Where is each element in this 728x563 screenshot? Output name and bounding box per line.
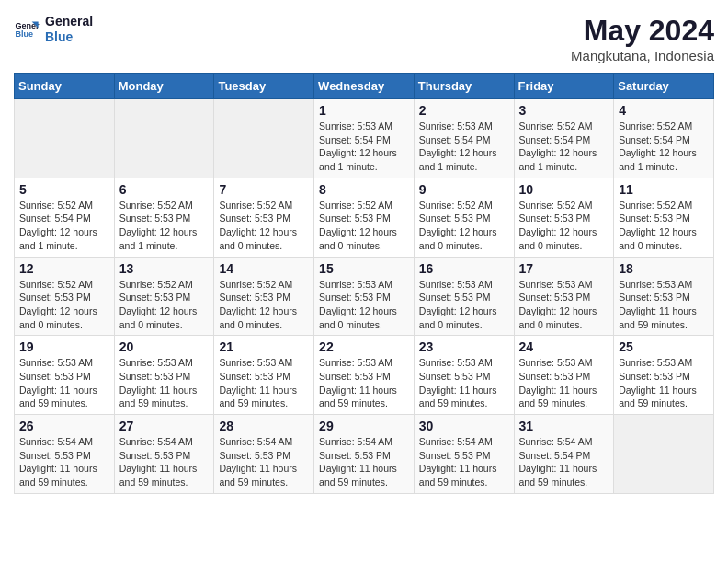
day-number: 20 — [119, 339, 210, 354]
header-monday: Monday — [114, 74, 214, 99]
calendar-cell: 27Sunrise: 5:54 AM Sunset: 5:53 PM Dayli… — [114, 415, 214, 494]
day-info: Sunrise: 5:53 AM Sunset: 5:53 PM Dayligh… — [319, 356, 409, 410]
day-info: Sunrise: 5:54 AM Sunset: 5:53 PM Dayligh… — [219, 435, 309, 489]
calendar-cell — [614, 415, 714, 494]
day-number: 9 — [419, 182, 509, 197]
day-info: Sunrise: 5:53 AM Sunset: 5:53 PM Dayligh… — [219, 356, 309, 410]
header-tuesday: Tuesday — [214, 74, 314, 99]
calendar-cell: 15Sunrise: 5:53 AM Sunset: 5:53 PM Dayli… — [314, 257, 415, 336]
page-subtitle: Mangkutana, Indonesia — [571, 48, 714, 63]
calendar-cell: 21Sunrise: 5:53 AM Sunset: 5:53 PM Dayli… — [214, 336, 314, 415]
calendar-cell: 30Sunrise: 5:54 AM Sunset: 5:53 PM Dayli… — [414, 415, 514, 494]
day-number: 31 — [519, 419, 609, 433]
day-number: 13 — [119, 261, 210, 276]
header-saturday: Saturday — [614, 74, 714, 99]
day-info: Sunrise: 5:53 AM Sunset: 5:53 PM Dayligh… — [19, 356, 109, 410]
day-number: 23 — [419, 339, 509, 354]
day-number: 8 — [319, 182, 409, 197]
day-info: Sunrise: 5:53 AM Sunset: 5:54 PM Dayligh… — [419, 120, 509, 174]
calendar-week-row: 19Sunrise: 5:53 AM Sunset: 5:53 PM Dayli… — [15, 336, 714, 415]
calendar-cell: 29Sunrise: 5:54 AM Sunset: 5:53 PM Dayli… — [314, 415, 415, 494]
calendar-week-row: 5Sunrise: 5:52 AM Sunset: 5:54 PM Daylig… — [15, 178, 714, 257]
calendar-cell — [114, 99, 214, 178]
svg-text:Blue: Blue — [15, 29, 33, 39]
day-info: Sunrise: 5:52 AM Sunset: 5:53 PM Dayligh… — [119, 199, 210, 253]
day-number: 6 — [119, 182, 210, 197]
calendar-cell: 26Sunrise: 5:54 AM Sunset: 5:53 PM Dayli… — [15, 415, 115, 494]
calendar-cell: 13Sunrise: 5:52 AM Sunset: 5:53 PM Dayli… — [114, 257, 214, 336]
calendar-cell: 4Sunrise: 5:52 AM Sunset: 5:54 PM Daylig… — [614, 99, 714, 178]
day-info: Sunrise: 5:53 AM Sunset: 5:53 PM Dayligh… — [619, 356, 709, 410]
header: General Blue General Blue May 2024 Mangk… — [14, 14, 714, 63]
day-number: 29 — [319, 419, 409, 433]
day-number: 4 — [619, 103, 709, 118]
calendar-cell: 3Sunrise: 5:52 AM Sunset: 5:54 PM Daylig… — [514, 99, 614, 178]
calendar-cell: 2Sunrise: 5:53 AM Sunset: 5:54 PM Daylig… — [414, 99, 514, 178]
day-info: Sunrise: 5:54 AM Sunset: 5:53 PM Dayligh… — [419, 435, 509, 489]
day-number: 19 — [19, 339, 109, 354]
day-number: 30 — [419, 419, 509, 433]
day-info: Sunrise: 5:52 AM Sunset: 5:53 PM Dayligh… — [19, 278, 109, 332]
calendar-cell: 31Sunrise: 5:54 AM Sunset: 5:54 PM Dayli… — [514, 415, 614, 494]
day-info: Sunrise: 5:53 AM Sunset: 5:53 PM Dayligh… — [319, 278, 409, 332]
logo: General Blue General Blue — [14, 14, 93, 45]
day-info: Sunrise: 5:54 AM Sunset: 5:53 PM Dayligh… — [119, 435, 210, 489]
calendar-cell: 18Sunrise: 5:53 AM Sunset: 5:53 PM Dayli… — [614, 257, 714, 336]
day-number: 17 — [519, 261, 609, 276]
day-info: Sunrise: 5:53 AM Sunset: 5:53 PM Dayligh… — [419, 356, 509, 410]
day-number: 26 — [19, 419, 109, 433]
day-number: 16 — [419, 261, 509, 276]
day-info: Sunrise: 5:52 AM Sunset: 5:53 PM Dayligh… — [119, 278, 210, 332]
calendar-cell: 11Sunrise: 5:52 AM Sunset: 5:53 PM Dayli… — [614, 178, 714, 257]
calendar-cell: 16Sunrise: 5:53 AM Sunset: 5:53 PM Dayli… — [414, 257, 514, 336]
logo-line2: Blue — [45, 29, 93, 45]
day-info: Sunrise: 5:53 AM Sunset: 5:53 PM Dayligh… — [619, 278, 709, 332]
calendar-cell — [15, 99, 115, 178]
day-info: Sunrise: 5:52 AM Sunset: 5:54 PM Dayligh… — [619, 120, 709, 174]
day-info: Sunrise: 5:52 AM Sunset: 5:53 PM Dayligh… — [419, 199, 509, 253]
day-number: 21 — [219, 339, 309, 354]
day-info: Sunrise: 5:53 AM Sunset: 5:53 PM Dayligh… — [519, 356, 609, 410]
day-info: Sunrise: 5:54 AM Sunset: 5:53 PM Dayligh… — [319, 435, 409, 489]
day-info: Sunrise: 5:52 AM Sunset: 5:53 PM Dayligh… — [619, 199, 709, 253]
calendar-cell: 17Sunrise: 5:53 AM Sunset: 5:53 PM Dayli… — [514, 257, 614, 336]
day-info: Sunrise: 5:54 AM Sunset: 5:54 PM Dayligh… — [519, 435, 609, 489]
calendar-cell: 25Sunrise: 5:53 AM Sunset: 5:53 PM Dayli… — [614, 336, 714, 415]
day-info: Sunrise: 5:52 AM Sunset: 5:53 PM Dayligh… — [519, 199, 609, 253]
header-sunday: Sunday — [15, 74, 115, 99]
day-info: Sunrise: 5:53 AM Sunset: 5:53 PM Dayligh… — [519, 278, 609, 332]
calendar-cell: 5Sunrise: 5:52 AM Sunset: 5:54 PM Daylig… — [15, 178, 115, 257]
day-number: 15 — [319, 261, 409, 276]
calendar-cell: 7Sunrise: 5:52 AM Sunset: 5:53 PM Daylig… — [214, 178, 314, 257]
calendar-cell: 12Sunrise: 5:52 AM Sunset: 5:53 PM Dayli… — [15, 257, 115, 336]
day-info: Sunrise: 5:54 AM Sunset: 5:53 PM Dayligh… — [19, 435, 109, 489]
day-info: Sunrise: 5:53 AM Sunset: 5:53 PM Dayligh… — [419, 278, 509, 332]
day-number: 2 — [419, 103, 509, 118]
day-number: 10 — [519, 182, 609, 197]
day-info: Sunrise: 5:52 AM Sunset: 5:54 PM Dayligh… — [519, 120, 609, 174]
day-info: Sunrise: 5:53 AM Sunset: 5:54 PM Dayligh… — [319, 120, 409, 174]
calendar-cell: 22Sunrise: 5:53 AM Sunset: 5:53 PM Dayli… — [314, 336, 415, 415]
day-info: Sunrise: 5:52 AM Sunset: 5:53 PM Dayligh… — [319, 199, 409, 253]
page-title: May 2024 — [571, 14, 714, 48]
calendar-cell: 24Sunrise: 5:53 AM Sunset: 5:53 PM Dayli… — [514, 336, 614, 415]
calendar-cell: 23Sunrise: 5:53 AM Sunset: 5:53 PM Dayli… — [414, 336, 514, 415]
day-number: 1 — [319, 103, 409, 118]
calendar-week-row: 26Sunrise: 5:54 AM Sunset: 5:53 PM Dayli… — [15, 415, 714, 494]
day-number: 25 — [619, 339, 709, 354]
day-number: 3 — [519, 103, 609, 118]
calendar-cell: 19Sunrise: 5:53 AM Sunset: 5:53 PM Dayli… — [15, 336, 115, 415]
day-number: 27 — [119, 419, 210, 433]
day-number: 22 — [319, 339, 409, 354]
day-info: Sunrise: 5:52 AM Sunset: 5:53 PM Dayligh… — [219, 199, 309, 253]
calendar-cell: 6Sunrise: 5:52 AM Sunset: 5:53 PM Daylig… — [114, 178, 214, 257]
calendar-cell: 10Sunrise: 5:52 AM Sunset: 5:53 PM Dayli… — [514, 178, 614, 257]
day-number: 7 — [219, 182, 309, 197]
calendar-cell: 9Sunrise: 5:52 AM Sunset: 5:53 PM Daylig… — [414, 178, 514, 257]
day-number: 28 — [219, 419, 309, 433]
calendar-cell: 8Sunrise: 5:52 AM Sunset: 5:53 PM Daylig… — [314, 178, 415, 257]
calendar-cell: 20Sunrise: 5:53 AM Sunset: 5:53 PM Dayli… — [114, 336, 214, 415]
day-info: Sunrise: 5:52 AM Sunset: 5:54 PM Dayligh… — [19, 199, 109, 253]
day-info: Sunrise: 5:52 AM Sunset: 5:53 PM Dayligh… — [219, 278, 309, 332]
day-number: 24 — [519, 339, 609, 354]
